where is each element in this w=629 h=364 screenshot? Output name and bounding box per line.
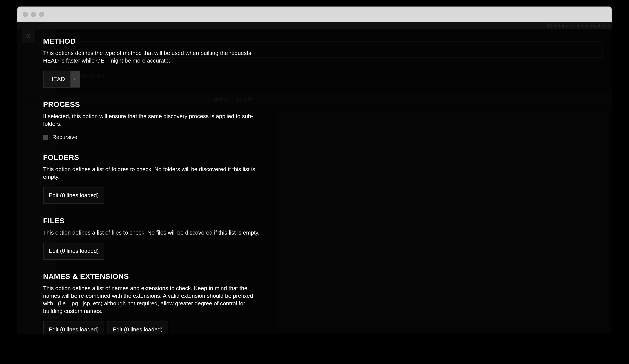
method-value: HEAD — [43, 71, 70, 87]
checkbox-icon — [43, 135, 48, 140]
method-dropdown[interactable]: HEAD ▾ — [43, 71, 80, 88]
top-strip: Free for non-commercial use — [17, 22, 612, 29]
license-banner: Free for non-commercial use — [546, 23, 611, 29]
folders-desc: This option defines a list of foldres to… — [43, 166, 261, 181]
edit-files-button[interactable]: Edit (0 lines loaded) — [43, 243, 104, 260]
section-files: FILES This option defines a list of file… — [43, 217, 603, 260]
section-names-extensions: NAMES & EXTENSIONS This option defines a… — [43, 272, 603, 334]
edit-names-button[interactable]: Edit (0 lines loaded) — [43, 321, 104, 334]
folders-heading: FOLDERS — [43, 153, 603, 162]
edit-extensions-button[interactable]: Edit (0 lines loaded) — [107, 321, 168, 334]
close-window-icon[interactable] — [23, 12, 28, 17]
minimize-window-icon[interactable] — [31, 12, 36, 17]
recursive-checkbox-row[interactable]: Recursive — [43, 134, 603, 141]
process-desc: If selected, this option will ensure tha… — [43, 112, 261, 128]
section-folders: FOLDERS This option defines a list of fo… — [43, 153, 603, 204]
names-heading: NAMES & EXTENSIONS — [43, 272, 603, 280]
section-process: PROCESS If selected, this option will en… — [43, 100, 603, 141]
section-method: METHOD This options defines the type of … — [43, 37, 603, 88]
files-heading: FILES — [43, 217, 603, 225]
app-window: Free for non-commercial use ⊕ enter targ… — [17, 6, 612, 334]
process-heading: PROCESS — [43, 100, 603, 109]
files-desc: This option defines a list of files to c… — [43, 229, 261, 237]
settings-panel: METHOD This options defines the type of … — [43, 37, 603, 334]
method-heading: METHOD — [43, 37, 603, 45]
method-desc: This options defines the type of method … — [43, 49, 261, 65]
recursive-label: Recursive — [52, 134, 77, 141]
edit-folders-button[interactable]: Edit (0 lines loaded) — [43, 187, 104, 204]
names-desc: This option defines a list of names and … — [43, 284, 261, 315]
window-titlebar — [17, 6, 612, 22]
chevron-down-icon: ▾ — [70, 71, 79, 87]
maximize-window-icon[interactable] — [39, 12, 44, 17]
